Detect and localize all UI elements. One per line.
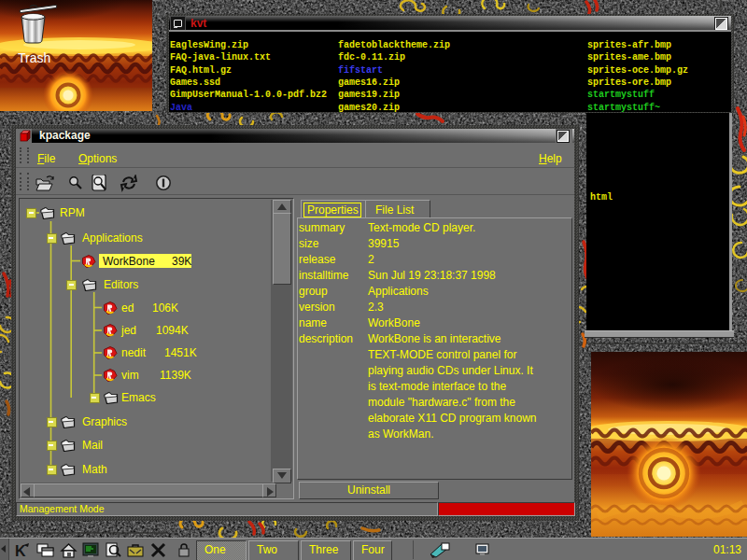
svg-text:K: K — [15, 543, 26, 559]
